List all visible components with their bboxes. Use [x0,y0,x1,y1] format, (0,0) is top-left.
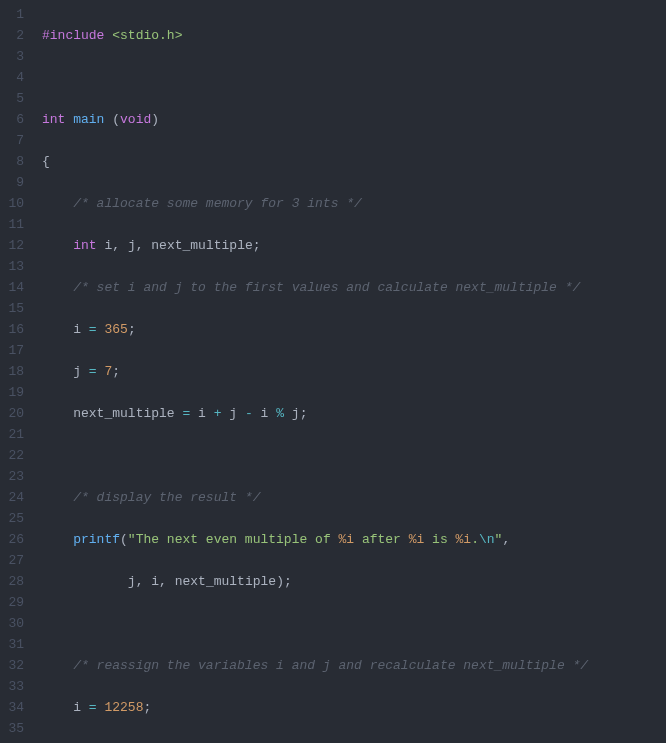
comment-token: /* reassign the variables i and j and re… [73,658,588,673]
format-token: %i [338,532,354,547]
line-number: 23 [4,466,24,487]
ident-token: j [128,574,136,589]
line-number: 18 [4,361,24,382]
code-line: int main (void) [42,109,666,130]
keyword-token: void [120,112,151,127]
number-token: 12258 [104,700,143,715]
punct-token: , [502,532,510,547]
operator-token: = [89,700,97,715]
punct-token: ; [143,700,151,715]
system-header-token: <stdio.h> [112,28,182,43]
line-number: 33 [4,676,24,697]
ident-token: next_multiple [151,238,252,253]
line-number: 25 [4,508,24,529]
line-number: 20 [4,403,24,424]
punct-token: , [112,238,120,253]
code-line: j = 7; [42,361,666,382]
function-name-token: main [73,112,104,127]
keyword-token: int [73,238,96,253]
line-number: 9 [4,172,24,193]
line-number: 32 [4,655,24,676]
ident-token: i [198,406,206,421]
code-line: { [42,151,666,172]
format-token: %i [456,532,472,547]
string-token: after [354,532,409,547]
line-number: 34 [4,697,24,718]
punct-token: ( [120,532,128,547]
ident-token: i [261,406,269,421]
operator-token: - [245,406,253,421]
punct-token: { [42,154,50,169]
line-number: 16 [4,319,24,340]
punct-token: , [136,574,144,589]
code-line: i = 12258; [42,697,666,718]
ident-token: j [229,406,237,421]
line-number: 8 [4,151,24,172]
operator-token: = [89,322,97,337]
punct-token: ; [112,364,120,379]
ident-token: j [128,238,136,253]
line-number: 30 [4,613,24,634]
punct-token: , [159,574,167,589]
code-line [42,445,666,466]
ident-token: i [151,574,159,589]
line-number: 14 [4,277,24,298]
line-number: 19 [4,382,24,403]
line-number: 31 [4,634,24,655]
code-line: /* reassign the variables i and j and re… [42,655,666,676]
code-line: next_multiple = i + j - i % j; [42,403,666,424]
code-line: j = 23; [42,739,666,743]
keyword-token: int [42,112,65,127]
string-token: is [424,532,455,547]
punct-token: ) [151,112,159,127]
line-number: 26 [4,529,24,550]
line-number: 21 [4,424,24,445]
line-number: 12 [4,235,24,256]
line-number: 27 [4,550,24,571]
line-number: 17 [4,340,24,361]
operator-token: = [182,406,190,421]
line-number: 6 [4,109,24,130]
punct-token: ; [253,238,261,253]
code-line: /* allocate some memory for 3 ints */ [42,193,666,214]
ident-token: next_multiple [73,406,174,421]
line-number: 29 [4,592,24,613]
operator-token: % [276,406,284,421]
line-number: 2 [4,25,24,46]
line-number: 28 [4,571,24,592]
line-number: 10 [4,193,24,214]
punct-token: ; [128,322,136,337]
code-line [42,67,666,88]
operator-token: = [89,364,97,379]
escape-token: \n [479,532,495,547]
code-line: int i, j, next_multiple; [42,235,666,256]
ident-token: i [73,322,81,337]
function-name-token: printf [73,532,120,547]
line-number: 13 [4,256,24,277]
line-number: 35 [4,718,24,739]
string-token: "The next even multiple of [128,532,339,547]
ident-token: i [73,700,81,715]
code-line: i = 365; [42,319,666,340]
line-number: 3 [4,46,24,67]
code-line: #include <stdio.h> [42,25,666,46]
line-number: 15 [4,298,24,319]
preprocessor-token: #include [42,28,104,43]
format-token: %i [409,532,425,547]
punct-token: ( [112,112,120,127]
line-number: 24 [4,487,24,508]
ident-token: j [292,406,300,421]
string-token: . [471,532,479,547]
line-number: 7 [4,130,24,151]
punct-token: ; [300,406,308,421]
comment-token: /* display the result */ [73,490,260,505]
line-number: 11 [4,214,24,235]
code-line: /* set i and j to the first values and c… [42,277,666,298]
comment-token: /* set i and j to the first values and c… [73,280,580,295]
punct-token: ) [276,574,284,589]
code-area: #include <stdio.h> int main (void) { /* … [32,0,666,743]
ident-token: next_multiple [175,574,276,589]
line-number-gutter: 1234567891011121314151617181920212223242… [0,0,32,743]
punct-token: ; [284,574,292,589]
operator-token: + [214,406,222,421]
